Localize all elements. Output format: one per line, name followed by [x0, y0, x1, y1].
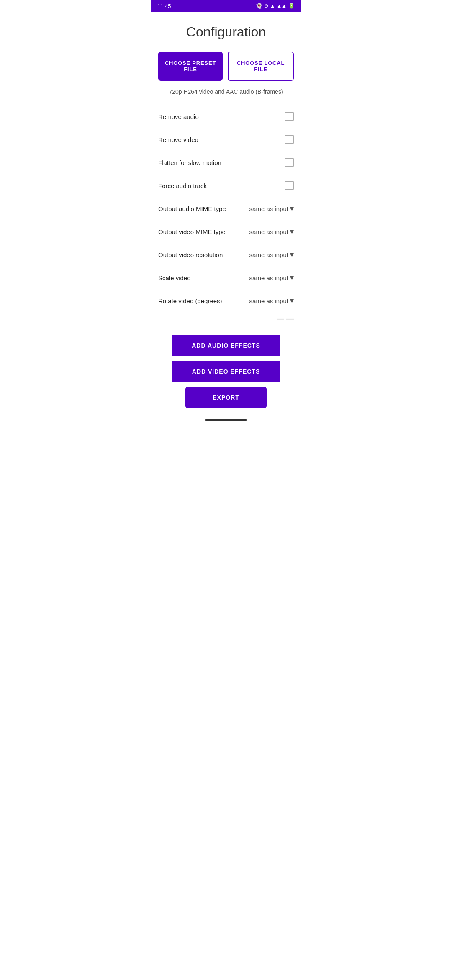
scale-video-value: same as input	[249, 274, 288, 281]
status-icons: 👻 ⊖ ▲ ▲▲ 🔋	[256, 3, 295, 9]
scale-video-label: Scale video	[158, 274, 191, 281]
output-audio-mime-value: same as input	[249, 205, 288, 212]
rotate-video-label: Rotate video (degrees)	[158, 297, 222, 304]
output-video-mime-value: same as input	[249, 228, 288, 235]
dnd-icon: ⊖	[264, 3, 268, 9]
scale-video-select[interactable]: same as input ▾	[249, 273, 294, 282]
remove-audio-checkbox[interactable]	[285, 112, 294, 121]
remove-audio-row: Remove audio	[158, 105, 294, 128]
rotate-video-arrow-icon: ▾	[290, 296, 294, 305]
main-content: Configuration CHOOSE PRESET FILE CHOOSE …	[151, 24, 301, 417]
preset-description: 720p H264 video and AAC audio (B-frames)	[158, 88, 294, 95]
output-audio-mime-label: Output audio MIME type	[158, 205, 226, 212]
output-video-resolution-value: same as input	[249, 251, 288, 258]
choose-local-file-button[interactable]: CHOOSE LOCAL FILE	[228, 52, 294, 81]
status-time: 11:45	[157, 3, 171, 9]
checkbox-options-list: Remove audio Remove video Flatten for sl…	[158, 105, 294, 197]
remove-video-row: Remove video	[158, 128, 294, 151]
scale-video-row: Scale video same as input ▾	[158, 266, 294, 289]
file-selection-buttons: CHOOSE PRESET FILE CHOOSE LOCAL FILE	[158, 52, 294, 81]
remove-audio-label: Remove audio	[158, 113, 199, 120]
dropdown-options-list: Output audio MIME type same as input ▾ O…	[158, 197, 294, 312]
output-video-mime-select[interactable]: same as input ▾	[249, 227, 294, 236]
wifi-icon: ▲	[270, 3, 275, 9]
remove-video-label: Remove video	[158, 136, 198, 143]
flatten-slow-motion-label: Flatten for slow motion	[158, 159, 221, 166]
force-audio-track-label: Force audio track	[158, 182, 207, 189]
page-title: Configuration	[158, 24, 294, 40]
home-indicator	[205, 419, 247, 421]
output-video-resolution-select[interactable]: same as input ▾	[249, 250, 294, 259]
output-video-resolution-label: Output video resolution	[158, 251, 223, 258]
output-video-mime-row: Output video MIME type same as input ▾	[158, 220, 294, 243]
rotate-video-value: same as input	[249, 297, 288, 304]
output-audio-mime-select[interactable]: same as input ▾	[249, 204, 294, 213]
output-audio-mime-arrow-icon: ▾	[290, 204, 294, 213]
export-button[interactable]: EXPORT	[185, 387, 267, 408]
flatten-slow-motion-checkbox[interactable]	[285, 158, 294, 167]
action-buttons: ADD AUDIO EFFECTS ADD VIDEO EFFECTS EXPO…	[158, 325, 294, 417]
rotate-video-row: Rotate video (degrees) same as input ▾	[158, 289, 294, 312]
home-bar	[151, 417, 301, 425]
status-bar: 11:45 👻 ⊖ ▲ ▲▲ 🔋	[151, 0, 301, 12]
scroll-indicator: — —	[158, 312, 294, 325]
add-audio-effects-button[interactable]: ADD AUDIO EFFECTS	[172, 335, 280, 356]
add-video-effects-button[interactable]: ADD VIDEO EFFECTS	[172, 361, 280, 382]
battery-icon: 🔋	[288, 3, 295, 9]
scale-video-arrow-icon: ▾	[290, 273, 294, 282]
output-video-resolution-arrow-icon: ▾	[290, 250, 294, 259]
ghost-icon: 👻	[256, 3, 262, 9]
choose-preset-file-button[interactable]: CHOOSE PRESET FILE	[158, 52, 223, 81]
force-audio-track-checkbox[interactable]	[285, 181, 294, 190]
output-video-mime-label: Output video MIME type	[158, 228, 226, 235]
output-video-resolution-row: Output video resolution same as input ▾	[158, 243, 294, 266]
force-audio-track-row: Force audio track	[158, 174, 294, 197]
flatten-slow-motion-row: Flatten for slow motion	[158, 151, 294, 174]
signal-icon: ▲▲	[277, 3, 287, 9]
rotate-video-select[interactable]: same as input ▾	[249, 296, 294, 305]
output-video-mime-arrow-icon: ▾	[290, 227, 294, 236]
output-audio-mime-row: Output audio MIME type same as input ▾	[158, 197, 294, 220]
remove-video-checkbox[interactable]	[285, 135, 294, 144]
